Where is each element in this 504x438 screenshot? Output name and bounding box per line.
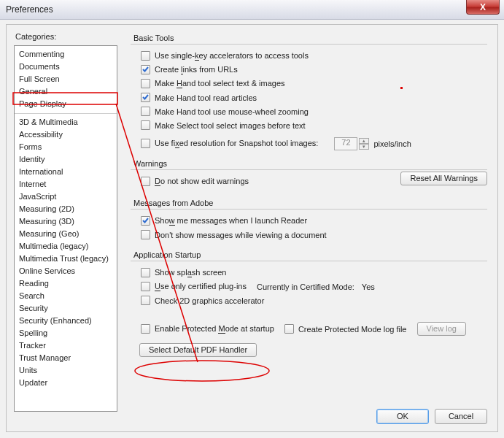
checkbox[interactable]	[141, 120, 150, 130]
close-button[interactable]: X	[466, 0, 500, 15]
checkbox[interactable]	[141, 65, 150, 74]
category-item[interactable]: Search	[15, 290, 117, 302]
checkbox[interactable]	[141, 51, 150, 61]
titlebar: Preferences X	[0, 0, 504, 20]
category-item[interactable]: Security	[15, 302, 117, 315]
checkbox-label: Show me messages when I launch Reader	[155, 216, 307, 226]
group-title: Application Startup	[133, 250, 487, 259]
category-item[interactable]: Units	[15, 364, 117, 377]
checkbox[interactable]	[141, 107, 150, 116]
spinner-down-icon: ▾	[359, 144, 369, 150]
snapshot-resolution-input[interactable]: 72	[334, 137, 357, 150]
category-item[interactable]: Forms	[15, 141, 117, 153]
category-item[interactable]: 3D & Multimedia	[15, 116, 117, 128]
category-item[interactable]: Measuring (2D)	[15, 203, 117, 215]
checkbox-label: Create links from URLs	[155, 65, 238, 74]
checkbox[interactable]	[141, 296, 150, 305]
categories-group: Commenting Documents Full Screen General…	[15, 46, 117, 113]
close-icon: X	[480, 2, 486, 12]
checkbox-label: Show splash screen	[155, 268, 226, 277]
category-item[interactable]: Documents	[15, 61, 117, 73]
unit-label: pixels/inch	[373, 139, 411, 148]
checkbox[interactable]	[284, 324, 294, 334]
group-app-startup: Application Startup Show splash screen U…	[131, 250, 487, 358]
group-basic-tools: Basic Tools Use single-key accelerators …	[131, 34, 487, 152]
checkbox[interactable]	[141, 93, 150, 102]
checkbox-label: Don't show messages while viewing a docu…	[155, 231, 327, 239]
category-item[interactable]: Security (Enhanced)	[15, 315, 117, 327]
category-item[interactable]: Tracker	[15, 339, 117, 352]
group-warnings: Warnings Do not show edit warnings Reset…	[131, 159, 487, 191]
category-item[interactable]: JavaScript	[15, 191, 117, 203]
category-item[interactable]: Online Services	[15, 265, 117, 277]
panel: Categories: Commenting Documents Full Sc…	[6, 24, 498, 432]
category-item[interactable]: Commenting	[15, 48, 117, 61]
checkbox-label: Check 2D graphics accelerator	[155, 296, 264, 305]
checkbox-label: Use single-key accelerators to access to…	[155, 51, 309, 61]
checkbox[interactable]	[141, 139, 150, 148]
category-item[interactable]: Page Display	[15, 98, 117, 110]
footer: OK Cancel	[376, 409, 487, 424]
spinner-up-icon: ▴	[359, 138, 369, 144]
checkbox[interactable]	[141, 216, 150, 226]
window-body: Categories: Commenting Documents Full Sc…	[0, 20, 504, 438]
category-item[interactable]: International	[15, 166, 117, 178]
reset-warnings-button[interactable]: Reset All Warnings	[400, 172, 487, 185]
checkbox-label: Enable Protected Mode at startup	[155, 324, 274, 334]
checkbox-label: Make Hand tool use mouse-wheel zooming	[155, 107, 309, 116]
select-default-pdf-handler-button[interactable]: Select Default PDF Handler	[139, 343, 257, 357]
category-item[interactable]: Full Screen	[15, 73, 117, 85]
checkbox[interactable]	[141, 79, 150, 88]
category-item[interactable]: Reading	[15, 277, 117, 290]
category-item[interactable]: General	[15, 85, 117, 98]
category-item[interactable]: Spelling	[15, 327, 117, 339]
checkbox-label: Do not show edit warnings	[155, 177, 249, 186]
main-content: Basic Tools Use single-key accelerators …	[131, 34, 487, 398]
cancel-button[interactable]: Cancel	[435, 409, 487, 424]
category-item[interactable]: Accessibility	[15, 128, 117, 141]
checkbox-label: Make Select tool select images before te…	[155, 121, 306, 130]
checkbox[interactable]	[141, 230, 150, 239]
checkbox[interactable]	[141, 268, 150, 277]
checkbox-label: Use only certified plug-ins	[155, 282, 247, 291]
category-item[interactable]: Trust Manager	[15, 352, 117, 364]
certified-mode-label: Currently in Certified Mode:	[257, 283, 354, 291]
category-item[interactable]: Internet	[15, 178, 117, 191]
category-item[interactable]: Multimedia Trust (legacy)	[15, 253, 117, 265]
certified-mode-value: Yes	[362, 283, 375, 291]
spinner[interactable]: ▴▾	[359, 138, 369, 150]
checkbox[interactable]	[141, 324, 150, 334]
category-item[interactable]: Updater	[15, 377, 117, 389]
ok-button[interactable]: OK	[376, 409, 429, 424]
checkbox-label: Create Protected Mode log file	[298, 325, 407, 334]
checkbox-label: Make Hand tool read articles	[155, 93, 257, 102]
group-messages: Messages from Adobe Show me messages whe…	[131, 199, 487, 243]
window-title: Preferences	[6, 4, 53, 15]
categories-list[interactable]: Commenting Documents Full Screen General…	[14, 45, 117, 412]
category-item[interactable]: Measuring (3D)	[15, 215, 117, 228]
category-item[interactable]: Measuring (Geo)	[15, 228, 117, 240]
categories-group: 3D & Multimedia Accessibility Forms Iden…	[15, 113, 117, 392]
checkbox-label: Use fixed resolution for Snapshot tool i…	[155, 139, 318, 148]
category-item[interactable]: Multimedia (legacy)	[15, 240, 117, 253]
group-title: Messages from Adobe	[133, 199, 487, 207]
group-title: Basic Tools	[133, 34, 487, 42]
checkbox-label: Make Hand tool select text & images	[155, 79, 285, 88]
checkbox[interactable]	[141, 177, 150, 186]
view-log-button[interactable]: View log	[417, 322, 466, 336]
checkbox[interactable]	[141, 282, 150, 291]
category-item[interactable]: Identity	[15, 153, 117, 166]
group-title: Warnings	[133, 159, 487, 168]
